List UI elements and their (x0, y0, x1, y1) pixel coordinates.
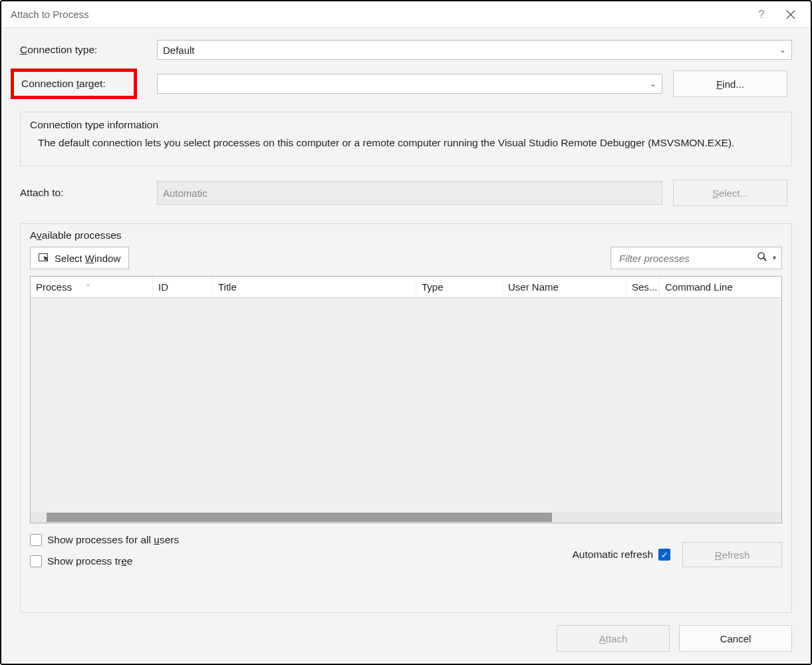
attach-to-process-dialog: Attach to Process ? Connection type: Def… (0, 0, 812, 665)
connection-target-label: Connection target: (20, 75, 146, 92)
column-session[interactable]: Ses... (626, 277, 660, 297)
show-all-users-label: Show processes for all users (47, 534, 179, 546)
scrollbar-thumb[interactable] (47, 513, 552, 522)
select-button[interactable]: Select... (673, 180, 787, 206)
dialog-footer: Attach Cancel (20, 613, 792, 654)
process-toolbar: Select Window ▼ (30, 247, 782, 269)
titlebar: Attach to Process ? (1, 1, 811, 28)
attach-to-label: Attach to: (20, 187, 146, 199)
column-title[interactable]: Title (213, 277, 416, 297)
refresh-area: Automatic refresh ✓ Refresh (573, 542, 782, 567)
chevron-down-icon: ⌄ (779, 45, 786, 55)
connection-type-info-group: Connection type information The default … (20, 112, 792, 166)
automatic-refresh-checkbox[interactable]: ✓ (658, 549, 670, 561)
available-processes-label: Available processes (30, 229, 782, 241)
svg-line-2 (763, 258, 766, 261)
show-process-tree-row[interactable]: Show process tree (30, 555, 179, 567)
connection-type-info-legend: Connection type information (30, 119, 782, 131)
column-user-name[interactable]: User Name (503, 277, 626, 297)
show-process-tree-checkbox[interactable] (30, 555, 42, 567)
close-icon (786, 10, 795, 19)
show-all-users-row[interactable]: Show processes for all users (30, 534, 179, 546)
attach-to-row: Attach to: Automatic Select... (20, 180, 792, 206)
attach-button[interactable]: Attach (557, 625, 670, 652)
automatic-refresh-row[interactable]: Automatic refresh ✓ (573, 549, 670, 561)
filter-dropdown-icon[interactable]: ▼ (771, 255, 777, 261)
search-icon (757, 251, 767, 265)
connection-type-value: Default (163, 45, 195, 56)
close-button[interactable] (776, 2, 805, 27)
connection-target-dropdown[interactable]: ⌄ (157, 74, 662, 94)
help-button[interactable]: ? (747, 2, 776, 27)
column-type[interactable]: Type (416, 277, 503, 297)
connection-type-info-text: The default connection lets you select p… (30, 134, 782, 151)
highlight-annotation (11, 68, 137, 99)
help-icon: ? (759, 9, 765, 21)
process-table-body (31, 298, 781, 512)
select-window-icon (39, 252, 51, 265)
window-title: Attach to Process (11, 9, 747, 20)
automatic-refresh-label: Automatic refresh (573, 549, 653, 561)
sort-asc-icon: ⌃ (85, 283, 90, 291)
column-process[interactable]: Process⌃ (31, 277, 153, 297)
cancel-button[interactable]: Cancel (679, 625, 792, 652)
refresh-button[interactable]: Refresh (682, 542, 782, 567)
svg-point-1 (758, 253, 764, 259)
filter-processes-box[interactable]: ▼ (610, 247, 782, 269)
filter-processes-input[interactable] (618, 252, 753, 265)
connection-type-dropdown[interactable]: Default ⌄ (157, 40, 792, 60)
column-command-line[interactable]: Command Line (660, 277, 781, 297)
attach-to-value: Automatic (163, 188, 207, 199)
connection-type-row: Connection type: Default ⌄ (20, 40, 792, 60)
horizontal-scrollbar[interactable] (31, 512, 781, 523)
select-window-label: Select Window (55, 253, 120, 264)
process-table: Process⌃ ID Title Type User Name Ses... … (30, 276, 782, 523)
dialog-content: Connection type: Default ⌄ Connection ta… (1, 28, 811, 664)
connection-target-row: Connection target: ⌄ Find... (20, 70, 792, 97)
available-processes-group: Available processes Select Window ▼ (20, 223, 792, 613)
chevron-down-icon: ⌄ (650, 79, 656, 88)
checkbox-stack: Show processes for all users Show proces… (30, 523, 179, 567)
find-button[interactable]: Find... (673, 70, 787, 97)
show-all-users-checkbox[interactable] (30, 534, 42, 546)
attach-to-field: Automatic (157, 181, 662, 205)
show-process-tree-label: Show process tree (47, 555, 132, 567)
connection-type-label: Connection type: (20, 44, 146, 56)
select-window-button[interactable]: Select Window (30, 247, 129, 269)
process-table-header: Process⌃ ID Title Type User Name Ses... … (31, 277, 781, 298)
column-id[interactable]: ID (153, 277, 213, 297)
